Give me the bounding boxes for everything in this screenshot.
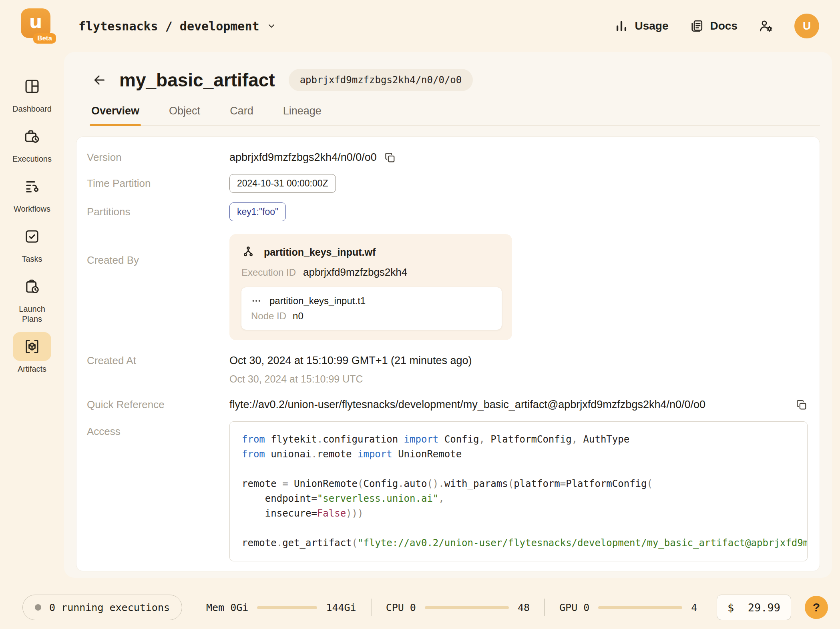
code-line: from flytekit.configuration import Confi…: [242, 432, 795, 447]
tasks-icon: [13, 222, 51, 251]
app-screen: u Beta flytesnacks / development Usage D…: [0, 0, 840, 629]
cpu-meter: CPU 0 48: [386, 602, 530, 613]
code-token: ().: [427, 478, 444, 489]
sidebar-item-launch-plans[interactable]: Launch Plans: [2, 272, 62, 324]
version-row: Version apbrjxfd9mzfzbgs2kh4/n0/0/o0: [87, 151, 808, 164]
code-line: [242, 462, 795, 477]
partitions-label: Partitions: [87, 206, 229, 218]
statusbar-right: $ 29.99 ?: [717, 595, 828, 620]
topbar: u Beta flytesnacks / development Usage D…: [0, 0, 840, 52]
usage-label: Usage: [635, 20, 668, 32]
usage-link[interactable]: Usage: [615, 19, 668, 33]
access-label: Access: [87, 421, 229, 438]
docs-link[interactable]: Docs: [689, 19, 738, 33]
docs-label: Docs: [710, 20, 738, 32]
code-token: get_artifact: [282, 537, 352, 549]
execution-id-value: apbrjxfd9mzfzbgs2kh4: [303, 266, 407, 278]
sidebar-item-executions[interactable]: Executions: [2, 122, 62, 164]
code-token: "serverless.union.ai": [317, 493, 438, 504]
time-partition-chip: 2024-10-31 00:00:00Z: [229, 174, 336, 193]
main-panel: my_basic_artifact apbrjxfd9mzfzbgs2kh4/n…: [64, 52, 832, 578]
tab-lineage[interactable]: Lineage: [281, 105, 323, 125]
memory-progress-bar: [257, 606, 317, 609]
code-token: from: [242, 449, 265, 460]
copy-quick-reference-button[interactable]: [796, 399, 808, 411]
code-line: remote = UnionRemote(Config.auto().with_…: [242, 477, 795, 491]
avatar-letter: U: [803, 20, 811, 32]
sidebar-label: Artifacts: [18, 364, 46, 374]
sidebar: Dashboard Executions Workflows Tasks Lau…: [0, 52, 64, 374]
tab-overview[interactable]: Overview: [90, 105, 141, 125]
code-line: from unionai.remote import UnionRemote: [242, 447, 795, 462]
code-token: ,: [479, 434, 490, 445]
back-button[interactable]: [90, 70, 109, 90]
artifacts-icon: [13, 332, 51, 361]
copy-icon: [384, 152, 396, 164]
docs-icon: [689, 19, 704, 33]
created-at-label: Created At: [87, 355, 229, 367]
created-by-label: Created By: [87, 234, 229, 266]
logo-letter: u: [29, 11, 42, 32]
sidebar-label: Dashboard: [12, 104, 52, 114]
running-executions-pill[interactable]: 0 running executions: [22, 595, 182, 620]
creator-workflow-name: partition_keys_input.wf: [264, 246, 376, 258]
breadcrumb[interactable]: flytesnacks / development: [78, 19, 276, 33]
launch-plans-icon: [13, 272, 51, 301]
code-token: auto: [404, 478, 427, 489]
avatar[interactable]: U: [794, 14, 819, 38]
code-token: configuration: [323, 434, 404, 445]
topbar-actions: Usage Docs U: [615, 14, 819, 38]
creator-workflow-link[interactable]: partition_keys_input.wf: [241, 245, 502, 259]
gpu-max-label: 4: [691, 602, 697, 613]
cost-button[interactable]: $ 29.99: [717, 595, 791, 620]
code-token: endpoint=: [242, 493, 317, 504]
sidebar-label: Tasks: [22, 254, 42, 264]
dashboard-icon: [13, 72, 51, 101]
workflow-node-icon: [241, 245, 255, 259]
access-code-block: from flytekit.configuration import Confi…: [229, 421, 808, 561]
status-dot: [35, 604, 41, 611]
code-line: remote.get_artifact("flyte://av0.2/union…: [242, 536, 795, 551]
code-token: remote: [242, 537, 277, 549]
code-token: .: [317, 434, 323, 445]
gpu-progress-bar: [598, 606, 682, 609]
code-token: platform=PlatformConfig: [514, 478, 647, 489]
partitions-row: Partitions key1:"foo": [87, 202, 808, 221]
tab-object[interactable]: Object: [167, 105, 202, 125]
statusbar: 0 running executions Mem 0Gi 144Gi CPU 0…: [0, 578, 840, 629]
code-line: insecure=False))): [242, 506, 795, 521]
code-line: [242, 521, 795, 536]
title-row: my_basic_artifact apbrjxfd9mzfzbgs2kh4/n…: [90, 69, 820, 91]
time-partition-row: Time Partition 2024-10-31 00:00:00Z: [87, 174, 808, 193]
admin-button[interactable]: [758, 18, 774, 34]
tabs: Overview Object Card Lineage: [90, 105, 820, 126]
code-token: UnionRemote: [392, 449, 462, 460]
arrow-left-icon: [91, 72, 107, 88]
sidebar-item-dashboard[interactable]: Dashboard: [2, 72, 62, 114]
sidebar-item-artifacts[interactable]: Artifacts: [2, 332, 62, 374]
code-token: "flyte://av0.2/union-user/flytesnacks/de…: [358, 537, 808, 549]
code-token: Config: [438, 434, 479, 445]
code-token: with_params: [444, 478, 508, 489]
sidebar-item-workflows[interactable]: Workflows: [2, 172, 62, 214]
node-id-label: Node ID: [251, 310, 286, 322]
copy-version-button[interactable]: [384, 152, 396, 164]
help-button[interactable]: ?: [805, 596, 828, 619]
code-token: Config: [363, 478, 398, 489]
cpu-usage-label: CPU 0: [386, 602, 416, 613]
cpu-progress-bar: [425, 606, 509, 609]
artifact-detail-card: Version apbrjxfd9mzfzbgs2kh4/n0/0/o0 Tim…: [76, 136, 820, 571]
code-token: unionai: [265, 449, 311, 460]
execution-id-line: Execution ID apbrjxfd9mzfzbgs2kh4: [241, 266, 502, 278]
sidebar-item-tasks[interactable]: Tasks: [2, 222, 62, 264]
tab-card[interactable]: Card: [228, 105, 255, 125]
code-token: (: [358, 478, 363, 489]
created-by-row: Created By partition_keys_input.wf Execu…: [87, 234, 808, 340]
union-logo[interactable]: u Beta: [21, 8, 53, 44]
code-token: (: [352, 537, 358, 549]
copy-icon: [796, 399, 808, 411]
access-row: Access from flytekit.configuration impor…: [87, 421, 808, 561]
creator-task-card[interactable]: partition_keys_input.t1 Node ID n0: [241, 287, 502, 330]
user-gear-icon: [758, 18, 774, 34]
code-token: import: [404, 434, 439, 445]
